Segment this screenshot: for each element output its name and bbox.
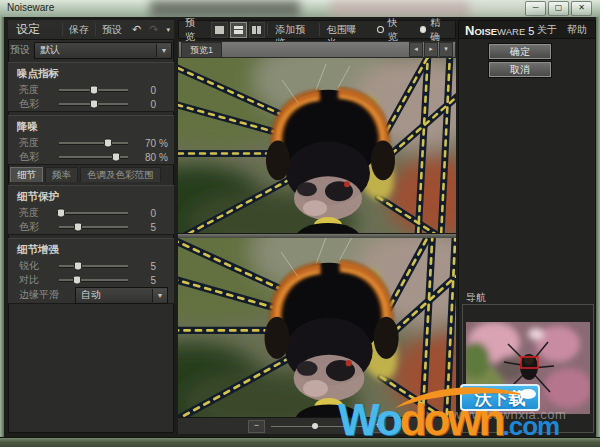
luminance-reduction-slider[interactable] [59, 139, 128, 147]
precise-view-radio[interactable]: 精确 [413, 16, 455, 44]
slider-value: 70 [134, 138, 156, 149]
zoom-slider-thumb[interactable] [312, 423, 318, 429]
window-title: Noiseware [7, 2, 54, 13]
detail-enhancement-section: 细节增强 锐化 5 对比 5 边缘平滑 自动 ▼ [8, 238, 174, 304]
slider-label: 色彩 [19, 150, 59, 164]
noise-level-section: 噪点指标 亮度 0 色彩 0 [8, 62, 174, 112]
preset-value: 默认 [35, 43, 156, 57]
edge-smoothing-value: 自动 [76, 288, 152, 302]
title-bar[interactable]: Noiseware ─ ▢ ✕ [0, 0, 600, 17]
edge-smoothing-label: 边缘平滑 [19, 288, 75, 302]
radio-selected-icon [420, 26, 426, 33]
preset-label: 预设 [10, 43, 34, 57]
slider-value: 0 [134, 85, 156, 96]
detail-tab-strip: 细节 频率 色调及色彩范围 [10, 167, 172, 182]
section-title: 细节增强 [8, 239, 174, 259]
color-level-slider[interactable] [59, 100, 128, 108]
about-button[interactable]: 关于 [537, 23, 557, 37]
slider-label: 亮度 [19, 83, 59, 97]
preview-image-original[interactable] [178, 58, 456, 233]
brand-bar: NOISEWARE5 关于 帮助 [458, 20, 596, 39]
slider-thumb[interactable] [112, 153, 120, 162]
detail-protection-section: 细节保护 亮度 0 色彩 5 [8, 185, 174, 235]
minimize-button[interactable]: ─ [525, 1, 546, 16]
slider-thumb[interactable] [90, 100, 98, 109]
slider-label: 亮度 [19, 206, 59, 220]
zoom-out-button[interactable]: − [248, 420, 265, 433]
vertical-split-icon [252, 26, 261, 34]
window-border-right [596, 17, 600, 437]
add-preview-button[interactable]: 添加预览 [267, 23, 319, 36]
tab-frequency[interactable]: 频率 [45, 167, 78, 182]
slider-thumb[interactable] [57, 209, 65, 218]
help-button[interactable]: 帮助 [567, 23, 587, 37]
preset-combobox[interactable]: 默认 ▼ [34, 42, 172, 59]
slider-thumb[interactable] [104, 139, 112, 148]
luminance-level-slider[interactable] [59, 86, 128, 94]
history-dropdown-icon[interactable]: ▾ [162, 26, 174, 34]
slider-thumb[interactable] [90, 86, 98, 95]
slider-value: 0 [134, 99, 156, 110]
slider-thumb[interactable] [73, 276, 81, 285]
section-title: 噪点指标 [8, 63, 174, 83]
contrast-slider[interactable] [59, 276, 128, 284]
slider-value: 5 [134, 275, 156, 286]
ok-button[interactable]: 确定 [489, 44, 551, 59]
preview-title: 预览 [179, 16, 211, 44]
section-title: 降噪 [8, 116, 174, 136]
prev-tab-icon[interactable]: ◂ [409, 42, 423, 57]
preset-button[interactable]: 预设 [95, 23, 128, 36]
noise-reduction-section: 降噪 亮度 70 % 色彩 80 % [8, 115, 174, 165]
slider-label: 亮度 [19, 136, 59, 150]
edge-smoothing-combobox[interactable]: 自动 ▼ [75, 287, 168, 304]
sharpening-slider[interactable] [59, 262, 128, 270]
save-button[interactable]: 保存 [62, 23, 95, 36]
watermark-swoosh-icon [390, 382, 540, 412]
preview-toolbar: 预览 添加预览 包围曝光 快览 精确 [178, 20, 456, 39]
close-button[interactable]: ✕ [571, 1, 592, 16]
settings-toolbar: 设定 保存 预设 ↶ ↷ ▾ [8, 20, 174, 40]
next-tab-icon[interactable]: ▸ [424, 42, 438, 57]
navigator-title: 导航 [466, 291, 486, 305]
tab-detail[interactable]: 细节 [10, 167, 43, 182]
combo-arrow-icon[interactable]: ▼ [152, 289, 167, 302]
slider-thumb[interactable] [74, 262, 82, 271]
noiseware-window: Noiseware ─ ▢ ✕ 设定 保存 预设 ↶ ↷ ▾ 预设 默认 ▼ 噪… [0, 0, 600, 447]
undo-icon[interactable]: ↶ [128, 23, 145, 36]
protection-luminance-slider[interactable] [59, 209, 128, 217]
combo-arrow-icon[interactable]: ▼ [156, 44, 171, 57]
preview-tab-1[interactable]: 预览1 [181, 42, 222, 58]
slider-value: 5 [134, 261, 156, 272]
slider-thumb[interactable] [74, 223, 82, 232]
bracketing-button[interactable]: 包围曝光 [319, 23, 371, 36]
horizontal-split-view-button[interactable] [230, 22, 247, 38]
horizontal-split-icon [234, 26, 243, 34]
protection-color-slider[interactable] [59, 223, 128, 231]
single-view-icon [215, 26, 224, 34]
preview-tab-strip: 预览1 ◂ ▸ ▾ [178, 41, 456, 58]
slider-label: 色彩 [19, 97, 59, 111]
single-view-button[interactable] [211, 22, 228, 38]
noiseware-logo: NOISEWARE5 [459, 21, 534, 39]
tab-tonal-color-range[interactable]: 色调及色彩范围 [80, 167, 161, 182]
slider-label: 锐化 [19, 259, 59, 273]
maximize-button[interactable]: ▢ [548, 1, 569, 16]
cancel-button[interactable]: 取消 [489, 62, 551, 77]
color-reduction-slider[interactable] [59, 153, 128, 161]
tab-list-icon[interactable]: ▾ [439, 42, 453, 57]
slider-value: 5 [134, 222, 156, 233]
slider-value: 80 [134, 152, 156, 163]
slider-label: 色彩 [19, 220, 59, 234]
slider-label: 对比 [19, 273, 59, 287]
quick-view-radio[interactable]: 快览 [370, 16, 412, 44]
redo-icon[interactable]: ↷ [145, 23, 162, 36]
slider-value: 0 [134, 208, 156, 219]
settings-title: 设定 [8, 21, 48, 38]
radio-unselected-icon [377, 26, 383, 33]
section-title: 细节保护 [8, 186, 174, 206]
vertical-split-view-button[interactable] [249, 22, 266, 38]
